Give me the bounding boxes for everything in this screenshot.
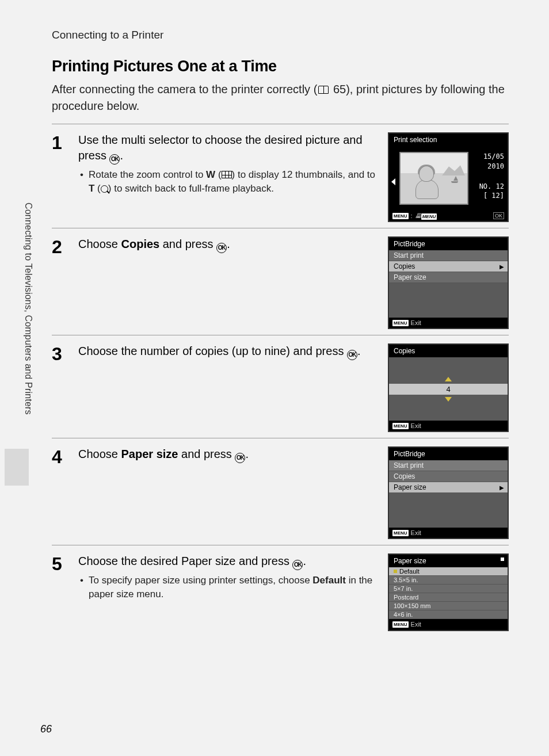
chevron-right-icon: ▶ bbox=[500, 484, 504, 491]
step-number: 2 bbox=[52, 238, 68, 329]
menu-list: Start print Copies▶ Paper size bbox=[389, 250, 508, 283]
list-item: 4×6 in. bbox=[389, 610, 508, 619]
side-chapter-label: Connecting to Televisions, Computers and… bbox=[23, 203, 33, 415]
menu-badge: MENU bbox=[392, 213, 409, 219]
menu-badge: MENU bbox=[392, 530, 409, 536]
step-1-instruction: Use the multi selector to choose the des… bbox=[78, 132, 378, 165]
step-2: 2 Choose Copies and press OK. PictBridge… bbox=[52, 228, 509, 329]
step-5: 5 Choose the desired Paper size and pres… bbox=[52, 545, 509, 631]
menu-item-paper-size: Paper size bbox=[389, 272, 508, 283]
menu-item-copies-selected: Copies▶ bbox=[389, 261, 508, 272]
menu-item-start-print: Start print bbox=[389, 460, 508, 471]
list-item: Postcard bbox=[389, 593, 508, 602]
magnifier-icon bbox=[101, 185, 108, 193]
menu-badge: MENU bbox=[392, 621, 409, 628]
menu-item-copies: Copies bbox=[389, 471, 508, 482]
ok-icon: OK bbox=[292, 560, 303, 570]
ok-badge-icon: OK bbox=[493, 212, 504, 219]
step-1-bullet: Rotate the zoom control to W () to displ… bbox=[89, 168, 378, 196]
photo-info: 15/05 2010 NO. 12 [ 12] bbox=[479, 152, 504, 201]
step-number: 3 bbox=[52, 345, 68, 432]
ok-icon: OK bbox=[216, 243, 227, 253]
screen-footer: MENU Exit bbox=[389, 421, 508, 431]
screen-footer: MENU : 🖶MENU OK bbox=[389, 211, 508, 221]
scroll-indicator-icon bbox=[501, 558, 504, 561]
footer-exit: Exit bbox=[411, 422, 421, 429]
ok-icon: OK bbox=[347, 350, 357, 360]
page-number: 66 bbox=[40, 723, 52, 735]
menu-item-paper-size-selected: Paper size▶ bbox=[389, 482, 508, 493]
footer-menu-icon: 🖶MENU bbox=[415, 212, 437, 219]
check-icon bbox=[394, 570, 397, 573]
photo-count: [ 12] bbox=[479, 191, 504, 201]
footer-exit: Exit bbox=[411, 529, 421, 536]
list-item-default-selected: Default bbox=[389, 567, 508, 576]
list-item: 3.5×5 in. bbox=[389, 576, 508, 585]
step-number: 1 bbox=[52, 133, 68, 222]
screen-title: Paper size bbox=[389, 555, 508, 567]
chevron-right-icon: ▶ bbox=[500, 264, 504, 270]
screen-copies: Copies 4 MENU Exit bbox=[388, 343, 509, 432]
screen-footer: MENU Exit bbox=[389, 619, 508, 629]
step-number: 5 bbox=[52, 555, 68, 631]
list-item: 5×7 in. bbox=[389, 585, 508, 593]
footer-exit: Exit bbox=[411, 319, 421, 326]
photo-year: 2010 bbox=[479, 162, 504, 171]
section-title: Printing Pictures One at a Time bbox=[52, 58, 509, 75]
ok-icon: OK bbox=[109, 154, 120, 165]
screen-title: Print selection bbox=[389, 133, 508, 146]
step-5-bullet: To specify paper size using printer sett… bbox=[89, 574, 378, 601]
copies-value: 4 bbox=[389, 384, 508, 395]
menu-item-start-print: Start print bbox=[389, 250, 508, 261]
thumbnail-preview bbox=[399, 152, 468, 205]
step-4-instruction: Choose Paper size and press OK. bbox=[78, 446, 378, 463]
list-item: 100×150 mm bbox=[389, 602, 508, 610]
footer-exit: Exit bbox=[411, 621, 421, 628]
step-2-instruction: Choose Copies and press OK. bbox=[78, 236, 378, 253]
side-tab: Connecting to Televisions, Computers and… bbox=[5, 203, 25, 490]
paper-size-list: Default 3.5×5 in. 5×7 in. Postcard 100×1… bbox=[389, 567, 508, 619]
side-tab-indicator bbox=[5, 449, 29, 486]
screen-pictbridge-copies: PictBridge Start print Copies▶ Paper siz… bbox=[388, 236, 509, 329]
footer-sep: : bbox=[411, 212, 413, 219]
ok-icon: OK bbox=[235, 453, 245, 463]
menu-badge: MENU bbox=[392, 423, 409, 429]
screen-print-selection: Print selection 15/05 2010 NO. 12 [ 12] bbox=[388, 132, 509, 222]
arrow-up-icon bbox=[445, 377, 452, 381]
menu-list: Start print Copies Paper size▶ bbox=[389, 460, 508, 493]
screen-pictbridge-papersize: PictBridge Start print Copies Paper size… bbox=[388, 446, 509, 539]
screen-title: Copies bbox=[389, 345, 508, 357]
screen-title: PictBridge bbox=[389, 238, 508, 250]
step-3-instruction: Choose the number of copies (up to nine)… bbox=[78, 343, 378, 360]
thumbnail-icon bbox=[222, 171, 232, 178]
step-3: 3 Choose the number of copies (up to nin… bbox=[52, 335, 509, 432]
screen-footer: MENU Exit bbox=[389, 528, 508, 538]
menu-badge: MENU bbox=[392, 320, 409, 326]
screen-footer: MENU Exit bbox=[389, 318, 508, 328]
step-1: 1 Use the multi selector to choose the d… bbox=[52, 124, 509, 222]
photo-date: 15/05 bbox=[479, 152, 504, 162]
screen-paper-size: Paper size Default 3.5×5 in. 5×7 in. Pos… bbox=[388, 553, 509, 631]
step-5-instruction: Choose the desired Paper size and press … bbox=[78, 553, 378, 570]
running-header: Connecting to a Printer bbox=[52, 29, 509, 41]
step-number: 4 bbox=[52, 448, 68, 539]
screen-title: PictBridge bbox=[389, 448, 508, 460]
intro-text-pre: After connecting the camera to the print… bbox=[52, 83, 317, 96]
step-4: 4 Choose Paper size and press OK. PictBr… bbox=[52, 438, 509, 539]
left-arrow-icon bbox=[391, 178, 395, 185]
arrow-down-icon bbox=[445, 397, 452, 402]
intro-paragraph: After connecting the camera to the print… bbox=[52, 81, 509, 114]
book-icon bbox=[318, 86, 329, 94]
photo-number: NO. 12 bbox=[479, 182, 504, 192]
